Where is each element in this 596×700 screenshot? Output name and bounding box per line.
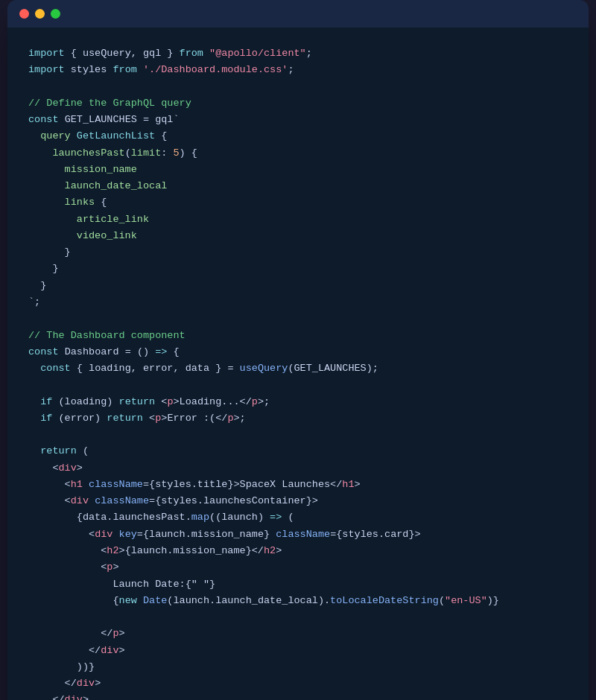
code-line-7: launchesPast(limit: 5) { xyxy=(28,145,568,162)
code-line-39: </div> xyxy=(28,675,568,692)
code-line-29: {data.launchesPast.map((launch) => ( xyxy=(28,509,568,526)
code-line-36: </p> xyxy=(28,626,568,642)
code-line-3 xyxy=(28,79,568,95)
code-line-31: <h2>{launch.mission_name}</h2> xyxy=(28,543,568,559)
code-line-40: </div> xyxy=(28,692,568,700)
code-line-16: `; xyxy=(28,294,568,311)
code-line-12: video_link xyxy=(28,228,568,244)
code-line-15: } xyxy=(28,278,568,294)
code-line-24 xyxy=(28,427,568,443)
code-line-22: if (loading) return <p>Loading...</p>; xyxy=(28,394,568,410)
maximize-button[interactable] xyxy=(51,9,60,19)
code-line-26: <div> xyxy=(28,460,568,477)
code-line-13: } xyxy=(28,244,568,261)
code-line-23: if (error) return <p>Error :(</p>; xyxy=(28,410,568,427)
code-line-33: Launch Date:{" "} xyxy=(28,576,568,593)
code-line-11: article_link xyxy=(28,211,568,228)
code-line-14: } xyxy=(28,261,568,277)
code-line-21 xyxy=(28,377,568,393)
code-line-37: </div> xyxy=(28,643,568,659)
code-line-32: <p> xyxy=(28,559,568,576)
code-line-27: <h1 className={styles.title}>SpaceX Laun… xyxy=(28,477,568,493)
code-line-1: import { useQuery, gql } from "@apollo/c… xyxy=(28,45,568,62)
titlebar xyxy=(7,0,589,28)
code-line-35 xyxy=(28,609,568,626)
minimize-button[interactable] xyxy=(35,9,45,19)
code-line-5: const GET_LAUNCHES = gql` xyxy=(28,112,568,128)
code-line-2: import styles from './Dashboard.module.c… xyxy=(28,62,568,78)
code-line-17 xyxy=(28,311,568,327)
code-line-25: return ( xyxy=(28,443,568,459)
code-line-10: links { xyxy=(28,194,568,211)
code-line-6: query GetLaunchList { xyxy=(28,128,568,144)
code-line-34: {new Date(launch.launch_date_local).toLo… xyxy=(28,593,568,609)
code-line-9: launch_date_local xyxy=(28,178,568,194)
code-line-4: // Define the GraphQL query xyxy=(28,95,568,112)
code-line-38: ))} xyxy=(28,659,568,675)
code-line-30: <div key={launch.mission_name} className… xyxy=(28,526,568,543)
code-content: import { useQuery, gql } from "@apollo/c… xyxy=(7,28,589,700)
code-line-8: mission_name xyxy=(28,162,568,178)
code-line-20: const { loading, error, data } = useQuer… xyxy=(28,360,568,377)
code-editor-window: import { useQuery, gql } from "@apollo/c… xyxy=(7,0,589,700)
close-button[interactable] xyxy=(19,9,29,19)
code-line-18: // The Dashboard component xyxy=(28,328,568,344)
code-line-19: const Dashboard = () => { xyxy=(28,344,568,360)
code-line-28: <div className={styles.launchesContainer… xyxy=(28,493,568,509)
